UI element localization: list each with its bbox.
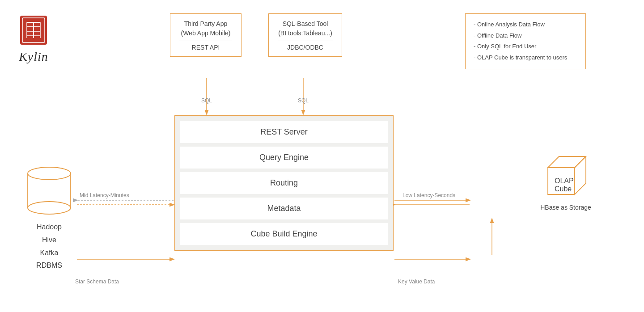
legend-item-1: - Online Analysis Data Flow [474, 19, 577, 30]
legend-item-2: - Offline Data Flow [474, 30, 577, 42]
sql-tool-title: SQL-Based Tool (BI tools:Tableau...) [278, 19, 333, 38]
cylinder-icon [25, 165, 74, 219]
architecture-diagram: { "logo": { "text": "Kylin" }, "legend":… [0, 0, 644, 312]
hadoop-label: HadoopHiveKafkaRDBMS [36, 221, 62, 272]
rest-api-label: REST API [179, 41, 232, 51]
mid-latency-label: Mid Latency-Minutes [80, 192, 129, 198]
hadoop-text: HadoopHiveKafkaRDBMS [36, 223, 62, 269]
kylin-seal-icon [18, 13, 49, 47]
low-latency-label: Low Latency-Seconds [402, 192, 455, 198]
kylin-engine-box: REST Server Query Engine Routing Metadat… [174, 115, 394, 251]
third-party-app-box: Third Party App (Web App Mobile) REST AP… [170, 13, 242, 57]
svg-point-21 [28, 202, 71, 214]
kylin-logo: Kylin [18, 13, 49, 64]
routing-layer: Routing [180, 172, 388, 194]
hbase-storage-label: HBase as Storage [540, 204, 591, 211]
legend-box: - Online Analysis Data Flow - Offline Da… [465, 13, 586, 69]
svg-text:OLAP: OLAP [555, 177, 574, 185]
sql-tool-box: SQL-Based Tool (BI tools:Tableau...) JDB… [268, 13, 342, 57]
query-engine-layer: Query Engine [180, 147, 388, 169]
star-schema-label: Star Schema Data [75, 278, 119, 285]
sql-label-right: SQL [298, 97, 309, 104]
olap-cube-wrapper: OLAP Cube HBase as Storage [539, 152, 593, 211]
legend-item-4: - OLAP Cube is transparent to users [474, 52, 577, 63]
svg-point-18 [28, 167, 71, 180]
olap-cube-icon: OLAP Cube [539, 152, 593, 201]
metadata-layer: Metadata [180, 198, 388, 219]
svg-marker-24 [575, 156, 586, 194]
third-party-title: Third Party App (Web App Mobile) [179, 19, 232, 38]
sql-label-left: SQL [201, 97, 212, 104]
hadoop-data-source: HadoopHiveKafkaRDBMS [25, 165, 74, 272]
svg-text:Cube: Cube [555, 185, 572, 193]
jdbc-odbc-label: JDBC/ODBC [278, 41, 333, 51]
key-value-label: Key Value Data [398, 278, 435, 285]
rest-server-layer: REST Server [180, 121, 388, 143]
kylin-brand-text: Kylin [19, 50, 48, 64]
legend-item-3: - Only SQL for End User [474, 41, 577, 52]
cube-build-engine-layer: Cube Build Engine [180, 223, 388, 245]
